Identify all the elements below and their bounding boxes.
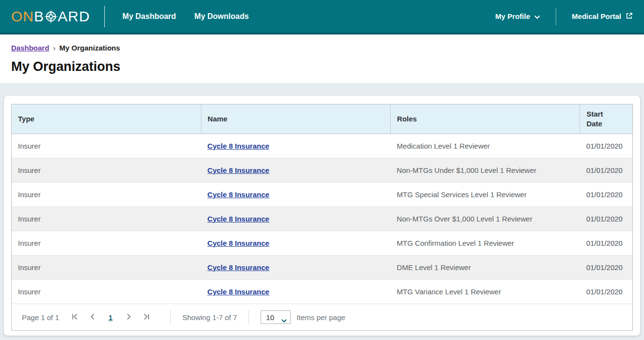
start-date-cell: 01/01/2020 xyxy=(580,158,632,182)
nav-right-group: My Profile Medical Portal xyxy=(495,8,633,25)
compass-icon xyxy=(44,9,58,24)
external-link-icon xyxy=(626,12,633,21)
primary-nav: My Dashboard My Downloads xyxy=(122,12,248,21)
name-cell: Cycle 8 Insurance xyxy=(201,158,390,182)
organizations-table: Type Name Roles Start Date Insurer Cycle… xyxy=(12,104,632,304)
organizations-table-frame: Type Name Roles Start Date Insurer Cycle… xyxy=(11,104,633,331)
breadcrumb-dashboard-link[interactable]: Dashboard xyxy=(11,44,49,52)
organizations-card: Type Name Roles Start Date Insurer Cycle… xyxy=(4,96,640,336)
onboard-logo[interactable]: ONB ARD xyxy=(11,8,90,25)
my-profile-label: My Profile xyxy=(495,12,530,20)
name-cell: Cycle 8 Insurance xyxy=(201,231,390,255)
last-page-icon xyxy=(143,313,150,322)
organization-link[interactable]: Cycle 8 Insurance xyxy=(207,239,269,247)
table-row: Insurer Cycle 8 Insurance Medication Lev… xyxy=(12,134,632,158)
start-date-cell: 01/01/2020 xyxy=(580,279,632,304)
previous-page-button[interactable] xyxy=(87,311,99,323)
name-cell: Cycle 8 Insurance xyxy=(201,206,390,231)
name-cell: Cycle 8 Insurance xyxy=(201,279,390,304)
type-cell: Insurer xyxy=(12,158,201,182)
logo-text-ard: ARD xyxy=(58,8,90,25)
page-title: My Organizations xyxy=(0,59,644,83)
role-cell: Non-MTGs Under $1,000 Level 1 Reviewer xyxy=(391,158,580,182)
start-date-cell: 01/01/2020 xyxy=(580,255,632,279)
role-cell: MTG Special Services Level 1 Reviewer xyxy=(391,182,580,206)
breadcrumb-current: My Organizations xyxy=(59,44,120,52)
items-per-page-select[interactable]: 10 xyxy=(261,310,291,324)
logo-text-b: B xyxy=(34,8,44,25)
page-number-1[interactable]: 1 xyxy=(105,313,116,322)
organization-link[interactable]: Cycle 8 Insurance xyxy=(207,166,269,174)
table-row: Insurer Cycle 8 Insurance MTG Variance L… xyxy=(12,279,632,304)
showing-results-label: Showing 1-7 of 7 xyxy=(182,313,237,322)
type-cell: Insurer xyxy=(12,231,201,255)
organization-link[interactable]: Cycle 8 Insurance xyxy=(207,215,269,223)
organization-link[interactable]: Cycle 8 Insurance xyxy=(207,142,269,150)
table-row: Insurer Cycle 8 Insurance Non-MTGs Over … xyxy=(12,206,632,231)
top-navigation: ONB ARD My Dashboard My Downloads My Pro… xyxy=(0,0,644,34)
next-page-button[interactable] xyxy=(123,311,134,323)
table-row: Insurer Cycle 8 Insurance DME Level 1 Re… xyxy=(12,255,632,279)
type-cell: Insurer xyxy=(12,206,201,231)
column-header-start-date: Start Date xyxy=(580,104,632,134)
type-cell: Insurer xyxy=(12,134,201,158)
medical-portal-label: Medical Portal xyxy=(572,12,621,20)
first-page-button[interactable] xyxy=(69,311,81,323)
content-panel: Type Name Roles Start Date Insurer Cycle… xyxy=(0,83,644,340)
nav-my-dashboard[interactable]: My Dashboard xyxy=(122,12,176,21)
role-cell: MTG Confirmation Level 1 Reviewer xyxy=(391,231,580,255)
nav-divider xyxy=(104,6,105,27)
name-cell: Cycle 8 Insurance xyxy=(201,134,390,158)
pagination-divider xyxy=(170,310,171,324)
breadcrumb-separator: › xyxy=(53,44,55,52)
pagination-divider xyxy=(248,310,249,324)
table-row: Insurer Cycle 8 Insurance MTG Confirmati… xyxy=(12,231,632,255)
role-cell: Medication Level 1 Reviewer xyxy=(391,134,580,158)
type-cell: Insurer xyxy=(12,182,201,206)
role-cell: DME Level 1 Reviewer xyxy=(391,255,580,279)
items-per-page-select-wrap: 10 xyxy=(261,310,291,324)
name-cell: Cycle 8 Insurance xyxy=(201,182,390,206)
start-date-cell: 01/01/2020 xyxy=(580,134,632,158)
pagination-bar: Page 1 of 1 1 Showing 1-7 of 7 xyxy=(12,304,632,330)
organization-link[interactable]: Cycle 8 Insurance xyxy=(207,288,269,296)
last-page-button[interactable] xyxy=(141,311,152,323)
column-header-name: Name xyxy=(201,104,390,134)
my-profile-menu[interactable]: My Profile xyxy=(495,12,541,20)
column-header-type: Type xyxy=(12,104,201,134)
chevron-left-icon xyxy=(89,313,97,322)
organization-link[interactable]: Cycle 8 Insurance xyxy=(207,190,269,199)
page-count-label: Page 1 of 1 xyxy=(22,313,59,322)
role-cell: MTG Variance Level 1 Reviewer xyxy=(391,279,580,304)
name-cell: Cycle 8 Insurance xyxy=(201,255,390,279)
table-row: Insurer Cycle 8 Insurance MTG Special Se… xyxy=(12,182,632,206)
chevron-right-icon xyxy=(125,313,132,322)
nav-my-downloads[interactable]: My Downloads xyxy=(195,12,249,21)
organization-link[interactable]: Cycle 8 Insurance xyxy=(207,263,269,272)
chevron-down-icon xyxy=(534,12,540,20)
start-date-cell: 01/01/2020 xyxy=(580,182,632,206)
logo-text-on: ON xyxy=(11,8,34,25)
breadcrumb: Dashboard › My Organizations xyxy=(0,34,644,52)
table-header-row: Type Name Roles Start Date xyxy=(12,104,632,134)
start-date-cell: 01/01/2020 xyxy=(580,231,632,255)
role-cell: Non-MTGs Over $1,000 Level 1 Reviewer xyxy=(391,206,580,231)
type-cell: Insurer xyxy=(12,279,201,304)
first-page-icon xyxy=(71,313,79,322)
type-cell: Insurer xyxy=(12,255,201,279)
medical-portal-link[interactable]: Medical Portal xyxy=(572,12,633,21)
column-header-roles: Roles xyxy=(391,104,580,134)
table-row: Insurer Cycle 8 Insurance Non-MTGs Under… xyxy=(12,158,632,182)
start-date-cell: 01/01/2020 xyxy=(580,206,632,231)
items-per-page-label: Items per page xyxy=(297,313,345,322)
nav-divider xyxy=(556,8,556,25)
